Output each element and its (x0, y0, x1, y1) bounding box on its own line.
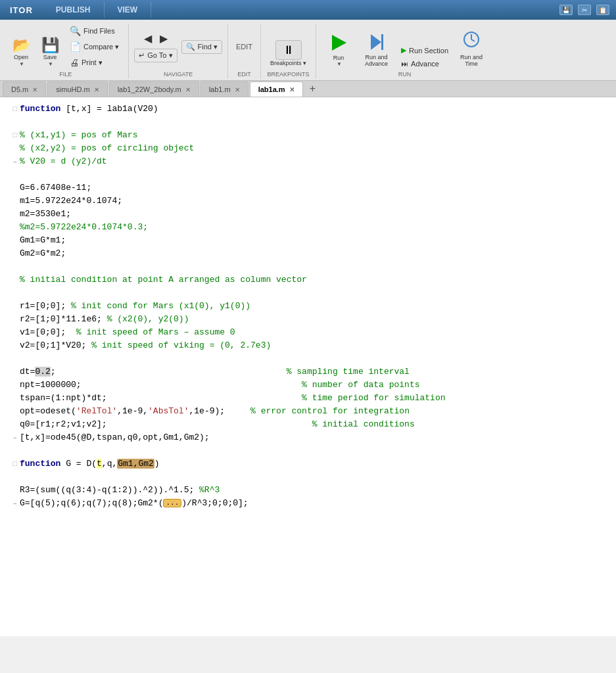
code-content-blank-2 (20, 168, 609, 181)
file-tab-lab1a-close[interactable]: ✕ (289, 86, 295, 93)
breakpoints-label: Breakpoints ▾ (270, 60, 306, 67)
code-content-q0: q0=[r1;r2;v1;v2]; % initial conditions (20, 418, 609, 431)
code-content-c3: % V20 = d (y2)/dt (20, 155, 609, 168)
file-tab-simuhd-label: simuHD.m (56, 85, 89, 93)
compare-button[interactable]: 📄 Compare ▾ (66, 39, 123, 54)
code-editor[interactable]: □ function [t,x] = lab1a(V20) □ % (x1,y1… (0, 97, 616, 636)
code-line-R3: R3=(sum((q(3:4)-q(1:2)).^2)).^1.5; %R^3 (7, 484, 609, 497)
code-line-1: □ function [t,x] = lab1a(V20) (7, 103, 609, 116)
code-content-ode45: [t,x]=ode45(@D,tspan,q0,opt,Gm1,Gm2); (20, 431, 609, 444)
code-line-r1: r1=[0;0]; % init cond for Mars (x1(0), y… (7, 300, 609, 313)
code-line-G: G=6.67408e-11; (7, 181, 609, 195)
breakpoints-icon: ⏸ (275, 40, 302, 60)
run-section-label: Run Section (409, 47, 448, 55)
code-content-Gm2: Gm2=G*m2; (20, 247, 609, 260)
publish-tab[interactable]: PUBLISH (43, 2, 105, 18)
code-line-m2: m2=3530e1; (7, 208, 609, 221)
file-tab-d5-label: D5.m (11, 85, 28, 93)
code-content-tspan: tspan=(1:npt)*dt; % time period for simu… (20, 392, 609, 405)
open-arrow: ▼ (19, 61, 24, 67)
code-content-npt: npt=1000000; % number of data points (20, 379, 609, 392)
code-line-blank-2 (7, 168, 609, 181)
file-tab-lab1-22w-close[interactable]: ✕ (185, 86, 191, 93)
file-tab-lab1-close[interactable]: ✕ (235, 86, 240, 93)
code-content-R3: R3=(sum((q(3:4)-q(1:2)).^2)).^1.5; %R^3 (20, 484, 609, 497)
file-tab-d5[interactable]: D5.m ✕ (3, 81, 46, 97)
file-tab-lab1a[interactable]: lab1a.m ✕ (250, 81, 303, 97)
file-tab-lab1-label: lab1.m (209, 85, 231, 93)
file-small-buttons: 🔍 Find Files 📄 Compare ▾ 🖨 Print ▾ (66, 24, 123, 70)
code-content-blank-7 (20, 471, 609, 484)
code-content-blank-3 (20, 260, 609, 273)
run-time-button[interactable]: Run andTime (455, 28, 488, 70)
save-button[interactable]: 💾 Save ▼ (37, 35, 63, 70)
view-tab[interactable]: VIEW (105, 2, 152, 18)
file-tab-simuhd-close[interactable]: ✕ (94, 86, 99, 93)
file-tab-lab1-22w-label: lab1_22W_2body.m (118, 85, 181, 93)
run-group-content: Run ▼ Run andAdvance ▶ (321, 24, 488, 70)
file-tab-add[interactable]: + (304, 81, 321, 97)
back-button[interactable]: ◀ (141, 31, 155, 46)
code-content-blank-6 (20, 444, 609, 457)
code-line-comment-3: – % V20 = d (y2)/dt (7, 155, 609, 168)
run-section-button[interactable]: ▶ Run Section (397, 44, 452, 57)
ribbon-group-file: 📂 Open ▼ 💾 Save ▼ 🔍 Find Files 📄 (3, 24, 129, 79)
code-line-dt: dt=0.2; % sampling time interval (7, 365, 609, 379)
cut-icon[interactable]: ✂ (578, 5, 591, 15)
file-tab-lab1[interactable]: lab1.m ✕ (201, 81, 249, 97)
code-content-m2c: %m2=5.9722e24*0.1074*0.3; (20, 221, 609, 234)
code-line-blank-5 (7, 352, 609, 365)
edit-label-center: EDIT (236, 43, 252, 51)
breakpoints-group-content: ⏸ Breakpoints ▾ (266, 24, 310, 70)
run-section-group: ▶ Run Section ⏭ Advance (397, 44, 452, 70)
run-time-icon (462, 30, 481, 51)
code-content-Gm1: Gm1=G*m1; (20, 234, 609, 247)
code-content-1: function [t,x] = lab1a(V20) (20, 103, 609, 116)
advance-button[interactable]: ⏭ Advance (397, 58, 452, 70)
open-button[interactable]: 📂 Open ▼ (8, 35, 34, 70)
find-button[interactable]: 🔍 Find ▾ (181, 40, 222, 54)
goto-button[interactable]: ↵ Go To ▾ (134, 49, 177, 62)
svg-marker-1 (371, 34, 381, 50)
code-content-r1: r1=[0;0]; % init cond for Mars (x1(0), y… (20, 300, 609, 313)
ribbon: 📂 Open ▼ 💾 Save ▼ 🔍 Find Files 📄 (0, 20, 616, 81)
run-label: Run (333, 55, 344, 61)
forward-button[interactable]: ▶ (156, 31, 171, 46)
code-content-blank-1 (20, 116, 609, 129)
code-line-v1: v1=[0;0]; % init speed of Mars – assume … (7, 326, 609, 339)
ribbon-group-breakpoints: ⏸ Breakpoints ▾ BREAKPOINTS (261, 24, 316, 79)
code-line-v2: v2=[0;1]*V20; % init speed of viking = (… (7, 339, 609, 352)
code-content-G: G=6.67408e-11; (20, 181, 609, 195)
run-arrow: ▼ (337, 61, 342, 67)
code-line-npt: npt=1000000; % number of data points (7, 379, 609, 392)
code-content-v1: v1=[0;0]; % init speed of Mars – assume … (20, 326, 609, 339)
run-section-icon: ▶ (401, 46, 406, 55)
breakpoints-group-label: BREAKPOINTS (266, 70, 310, 79)
file-tab-simuhd[interactable]: simuHD.m ✕ (47, 81, 107, 97)
code-content-m2: m2=3530e1; (20, 208, 609, 221)
breakpoints-button[interactable]: ⏸ Breakpoints ▾ (266, 37, 310, 70)
navigate-group-content: ◀ ▶ ↵ Go To ▾ 🔍 Find ▾ (134, 24, 222, 70)
edit-group-content: EDIT (233, 24, 255, 70)
save-label: Save (43, 54, 57, 61)
code-line-opt: opt=odeset('RelTol',1e-9,'AbsTol',1e-9);… (7, 405, 609, 418)
run-button[interactable]: Run ▼ (321, 28, 356, 70)
code-content-opt: opt=odeset('RelTol',1e-9,'AbsTol',1e-9);… (20, 405, 609, 418)
code-line-Gm1: Gm1=G*m1; (7, 234, 609, 247)
run-advance-icons (369, 33, 384, 51)
code-line-blank-7 (7, 471, 609, 484)
find-files-button[interactable]: 🔍 Find Files (66, 24, 123, 38)
code-line-ic-comment: % initial condition at point A arranged … (7, 273, 609, 287)
code-content-c1: % (x1,y1) = pos of Mars (20, 129, 609, 142)
file-tab-d5-close[interactable]: ✕ (32, 86, 37, 93)
ribbon-group-run: Run ▼ Run andAdvance ▶ (316, 24, 493, 79)
save-icon[interactable]: 💾 (559, 5, 573, 15)
run-advance-button[interactable]: Run andAdvance (358, 30, 394, 70)
file-tabs-bar: D5.m ✕ simuHD.m ✕ lab1_22W_2body.m ✕ lab… (0, 81, 616, 97)
gutter-Gfinal: – (7, 498, 20, 509)
copy-icon[interactable]: 📋 (596, 5, 609, 15)
code-line-m1: m1=5.9722e24*0.1074; (7, 195, 609, 208)
code-line-comment-2: % (x2,y2) = pos of circling object (7, 142, 609, 155)
file-tab-lab1-22w[interactable]: lab1_22W_2body.m ✕ (109, 81, 199, 97)
print-button[interactable]: 🖨 Print ▾ (66, 55, 123, 70)
